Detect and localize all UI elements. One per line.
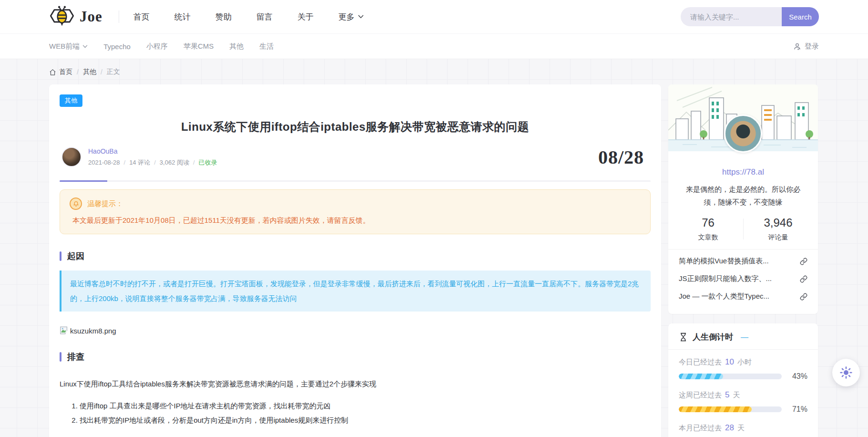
stat-articles[interactable]: 76 文章数 (680, 216, 736, 242)
broken-image: ksuzukm8.png (60, 326, 651, 335)
notice-header: 温馨提示： (70, 198, 641, 210)
bell-icon (70, 198, 82, 210)
progress-fill-week (679, 406, 752, 412)
category-nav: WEB前端 Typecho 小程序 苹果CMS 其他 生活 登录 (0, 33, 868, 59)
breadcrumb-home-label: 首页 (59, 68, 72, 76)
theme-toggle-button[interactable] (832, 359, 860, 386)
meta-separator: / (193, 159, 195, 166)
hot-link-title: Joe — 一款个人类型Typec... (679, 292, 769, 301)
subnav-item-miniprogram[interactable]: 小程序 (146, 42, 168, 51)
author-name[interactable]: HaoOuBa (88, 147, 217, 155)
subnav-item-other[interactable]: 其他 (229, 42, 244, 51)
progress-track (679, 406, 782, 412)
category-nav-items: WEB前端 Typecho 小程序 苹果CMS 其他 生活 (49, 42, 274, 51)
nav-item-stats[interactable]: 统计 (174, 11, 191, 22)
heading-accent-bar (60, 352, 61, 362)
nav-item-message[interactable]: 留言 (256, 11, 273, 22)
date-badge: 08/28 (598, 146, 644, 168)
heading-accent-bar (60, 251, 61, 261)
link-icon (800, 258, 807, 265)
hot-link-item[interactable]: Joe — 一款个人类型Typec... (679, 288, 807, 305)
sun-icon (840, 366, 852, 379)
author-row: HaoOuBa 2021-08-28 / 14 评论 / 3,062 阅读 / … (60, 147, 651, 167)
countdown-month-label: 本月已经过去28天 (679, 423, 807, 433)
countdown-week-unit: 天 (733, 391, 740, 399)
nav-item-more[interactable]: 更多 (338, 11, 364, 22)
search-button[interactable]: Search (782, 7, 819, 26)
step-item: 使用iftop 工具查出来是哪些个IP地址在请求主机的带宽资源，找出耗带宽的元凶 (80, 399, 651, 413)
countdown-day-percent: 43% (787, 372, 807, 381)
stat-comments[interactable]: 3,946 评论量 (750, 216, 807, 242)
countdown-row-month: 本月已经过去28天 (679, 423, 807, 433)
countdown-month-value: 28 (725, 423, 734, 432)
breadcrumb-separator: / (101, 68, 102, 76)
section-heading-investigate-label: 排查 (67, 351, 84, 363)
profile-bio: 来是偶然的，走是必然的。所以你必须，随缘不变，不变随缘 (682, 183, 804, 208)
countdown-week-bar-row: 71% (679, 405, 807, 414)
chevron-down-icon (358, 15, 364, 19)
login-link[interactable]: 登录 (793, 42, 819, 51)
category-badge[interactable]: 其他 (60, 94, 82, 107)
main-nav: 首页 统计 赞助 留言 关于 更多 (133, 11, 364, 22)
subnav-item-web-frontend[interactable]: WEB前端 (49, 42, 88, 51)
indexed-badge[interactable]: 已收录 (199, 158, 217, 167)
quote-box: 最近博客总时不时的打不开，或者是打开巨慢。打开宝塔面板，发现能登录，但是登录非常… (60, 271, 651, 312)
broken-image-icon (60, 326, 69, 335)
countdown-title: 人生倒计时 (693, 332, 733, 343)
countdown-day-unit: 小时 (737, 358, 752, 366)
countdown-card: 人生倒计时 — 今日已经过去10小时 43% (668, 323, 818, 437)
countdown-day-prefix: 今日已经过去 (679, 358, 722, 366)
author-avatar[interactable] (61, 147, 82, 167)
stat-comments-label: 评论量 (750, 233, 807, 242)
profile-avatar[interactable] (724, 114, 762, 153)
nav-item-home[interactable]: 首页 (133, 11, 150, 22)
logo-text: Joe (80, 8, 102, 25)
breadcrumb-home[interactable]: 首页 (49, 68, 72, 76)
article-title: Linux系统下使用iftop结合iptables服务解决带宽被恶意请求的问题 (60, 119, 651, 135)
stat-articles-value: 76 (680, 216, 736, 229)
countdown-collapse-toggle[interactable]: — (741, 333, 748, 342)
steps-list: 使用iftop 工具查出来是哪些个IP地址在请求主机的带宽资源，找出耗带宽的元凶… (80, 399, 651, 427)
subnav-item-typecho[interactable]: Typecho (103, 42, 131, 51)
countdown-month-prefix: 本月已经过去 (679, 424, 722, 432)
notice-box: 温馨提示： 本文最后更新于2021年10月08日，已超过1511天没有更新，若内… (60, 189, 651, 234)
hot-link-item[interactable]: 简单的模拟Vue替换插值表... (679, 252, 807, 270)
broken-image-filename: ksuzukm8.png (70, 327, 116, 335)
breadcrumb-section[interactable]: 其他 (83, 68, 96, 76)
header-divider (119, 10, 119, 23)
countdown-day-value: 10 (725, 357, 734, 366)
article-card: 其他 Linux系统下使用iftop结合iptables服务解决带宽被恶意请求的… (49, 84, 661, 437)
countdown-body: 今日已经过去10小时 43% 这周已经过去5天 (668, 350, 818, 437)
section-heading-investigate: 排查 (60, 351, 651, 363)
publish-date: 2021-08-28 (88, 159, 120, 166)
stats-divider (743, 218, 744, 239)
hot-link-item[interactable]: JS正则限制只能输入数字、... (679, 270, 807, 288)
sidebar: https://78.al 来是偶然的，走是必然的。所以你必须，随缘不变，不变随… (668, 84, 818, 437)
nav-item-about[interactable]: 关于 (297, 11, 314, 22)
search-input[interactable] (681, 7, 782, 26)
nav-item-sponsor[interactable]: 赞助 (215, 11, 232, 22)
stat-comments-value: 3,946 (750, 216, 807, 229)
hot-link-title: JS正则限制只能输入数字、... (679, 274, 772, 283)
login-label: 登录 (805, 42, 819, 51)
subnav-item-applecms[interactable]: 苹果CMS (184, 42, 214, 51)
subnav-item-life[interactable]: 生活 (259, 42, 274, 51)
hot-link-title: 简单的模拟Vue替换插值表... (679, 257, 769, 266)
hourglass-icon (679, 333, 688, 342)
bee-logo-icon (49, 4, 75, 29)
countdown-week-percent: 71% (787, 405, 807, 414)
comment-count: 14 评论 (129, 158, 150, 167)
countdown-row-day: 今日已经过去10小时 43% (679, 357, 807, 381)
section-heading-cause-label: 起因 (67, 250, 84, 262)
hot-links: 简单的模拟Vue替换插值表... JS正则限制只能输入数字、... (668, 250, 818, 305)
profile-stats: 76 文章数 3,946 评论量 (668, 216, 818, 242)
link-icon (800, 293, 807, 301)
meta-separator: / (154, 159, 156, 166)
site-url-link[interactable]: https://78.al (668, 167, 818, 177)
progress-fill-day (679, 374, 723, 379)
page: Joe 首页 统计 赞助 留言 关于 更多 Search WEB前端 (0, 0, 868, 437)
site-logo[interactable]: Joe (49, 4, 102, 29)
countdown-week-value: 5 (725, 390, 729, 399)
article-divider (60, 180, 651, 182)
breadcrumb-separator: / (77, 68, 79, 76)
